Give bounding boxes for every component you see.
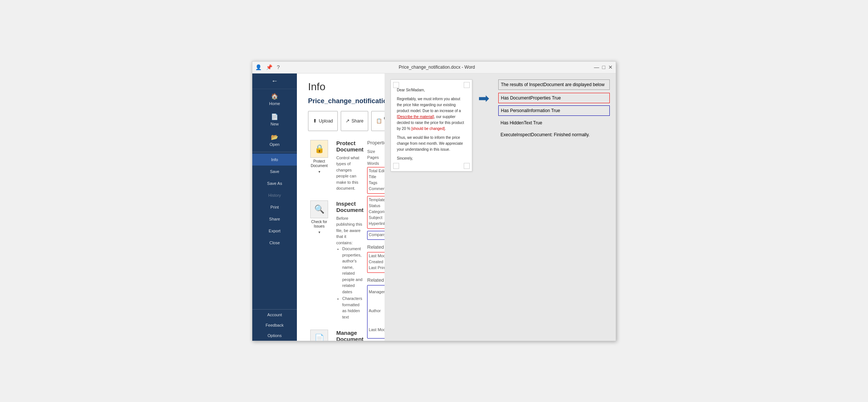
prop-last-modified: Last Modified Today, 17:56 bbox=[369, 254, 385, 258]
manage-document-button[interactable]: 📄 bbox=[310, 330, 328, 341]
maximize-button[interactable]: □ bbox=[602, 64, 605, 70]
sidebar-item-close[interactable]: Close bbox=[252, 237, 297, 249]
sidebar-item-history[interactable]: History bbox=[252, 189, 297, 201]
corner-br bbox=[464, 163, 470, 169]
prop-company-label: Company bbox=[369, 232, 385, 237]
author-action[interactable]: Add an author bbox=[369, 318, 385, 322]
properties-column: Properties ▾ Size 14.8KB Pages 1 bbox=[367, 140, 385, 341]
home-icon: 🏠 bbox=[271, 93, 278, 100]
preview-red-1: [Describe the material] bbox=[397, 115, 434, 119]
outer-right: Dear Sir/Madam, Regrettably, we must inf… bbox=[385, 73, 616, 341]
preview-para2: Thus, we would like to inform the price … bbox=[397, 135, 466, 153]
sidebar-label-save: Save bbox=[270, 169, 279, 174]
prop-tags: Tags Notification bbox=[369, 180, 385, 185]
corner-tr bbox=[464, 82, 470, 88]
manage-document-section: 📄 ManageDocument ▾ Manage Document 🚫 The… bbox=[308, 330, 363, 341]
sidebar-label-history: History bbox=[268, 193, 281, 197]
corner-tl bbox=[393, 82, 399, 88]
inspect-document-title: Inspect Document bbox=[336, 200, 363, 213]
share-label: Share bbox=[352, 118, 363, 124]
protect-document-button[interactable]: 🔒 bbox=[310, 140, 328, 158]
window-controls: — □ ✕ bbox=[594, 64, 613, 70]
prop-last-printed-label: Last Printed bbox=[369, 265, 385, 270]
preview-closing: Sincerely, bbox=[397, 156, 466, 161]
sidebar-item-export[interactable]: Export bbox=[252, 225, 297, 237]
result-item-3-text: Has HiddenText True bbox=[501, 120, 542, 125]
protect-dropdown-icon: ▾ bbox=[318, 170, 320, 174]
help-icon[interactable]: ? bbox=[277, 64, 280, 70]
user-icon[interactable]: 👤 bbox=[255, 64, 262, 70]
result-item-3: Has HiddenText True bbox=[498, 118, 610, 128]
properties-group-2: Template Normal.dotm Status Final versio… bbox=[367, 196, 385, 229]
titlebar: 👤 📌 ? Price_change_notification.docx - W… bbox=[252, 62, 616, 73]
inspect-document-button[interactable]: 🔍 bbox=[310, 200, 328, 218]
inspect-document-content: Inspect Document Before publishing this … bbox=[336, 200, 363, 321]
corner-bl bbox=[393, 163, 399, 169]
app-window: 👤 📌 ? Price_change_notification.docx - W… bbox=[252, 61, 616, 341]
prop-size: Size 14.8KB bbox=[367, 149, 385, 154]
back-button[interactable]: ← bbox=[252, 73, 297, 89]
prop-subject-label: Subject bbox=[369, 215, 385, 220]
main-content: Info Price_change_notification ⬆ Upload … bbox=[297, 73, 385, 341]
action-bar: ⬆ Upload ↗ Share 📋 Copy path 📁 Open file… bbox=[308, 111, 373, 131]
manager-label: Manager bbox=[369, 290, 385, 294]
sidebar-item-open[interactable]: 📂 Open bbox=[252, 130, 297, 150]
sidebar-item-home[interactable]: 🏠 Home bbox=[252, 89, 297, 110]
sidebar-item-save-as[interactable]: Save As bbox=[252, 177, 297, 189]
properties-title-text: Properties ▾ bbox=[367, 140, 385, 146]
related-dates-group: Last Modified Today, 17:56 Created 2022/… bbox=[367, 252, 385, 273]
share-button[interactable]: ↗ Share bbox=[341, 111, 368, 131]
protect-document-title: Protect Document bbox=[336, 140, 363, 153]
sidebar-label-share: Share bbox=[269, 217, 280, 221]
protect-document-content: Protect Document Control what types of c… bbox=[336, 140, 363, 192]
sidebar-label-new: New bbox=[271, 122, 279, 126]
prop-comments-label: Comments bbox=[369, 186, 385, 191]
inspect-document-desc: Before publishing this file, be aware th… bbox=[336, 215, 363, 320]
sidebar-item-account[interactable]: Account bbox=[252, 310, 297, 320]
sidebar-item-print[interactable]: Print bbox=[252, 201, 297, 213]
prop-subject: Subject Notification bbox=[369, 215, 385, 220]
protect-icon-area: 🔒 ProtectDocument ▾ bbox=[308, 140, 330, 192]
sidebar-item-save[interactable]: Save bbox=[252, 166, 297, 177]
inspect-item-1: Document properties, author's name, rela… bbox=[342, 246, 363, 295]
close-button[interactable]: ✕ bbox=[608, 64, 613, 70]
upload-button[interactable]: ⬆ Upload bbox=[308, 111, 338, 131]
inspect-icon-label: Check forIssues bbox=[311, 220, 327, 229]
related-dates-title: Related Dates bbox=[367, 244, 385, 250]
sidebar-label-close: Close bbox=[269, 241, 280, 245]
basic-properties: Size 14.8KB Pages 1 Words 57 bbox=[367, 149, 385, 166]
app-body: ← 🏠 Home 📄 New 📂 Open Info Save Sa bbox=[252, 73, 616, 341]
copy-path-button[interactable]: 📋 Copy path bbox=[371, 111, 385, 131]
sidebar-item-new[interactable]: 📄 New bbox=[252, 110, 297, 130]
protect-document-desc: Control what types of changes people can… bbox=[336, 155, 363, 192]
minimize-button[interactable]: — bbox=[594, 64, 599, 70]
open-icon: 📂 bbox=[271, 134, 278, 141]
inspect-item-2: Characters formatted as hidden text bbox=[342, 295, 363, 320]
sidebar-item-feedback[interactable]: Feedback bbox=[252, 320, 297, 330]
all-sections: 🔒 ProtectDocument ▾ Protect Document Con… bbox=[308, 140, 373, 341]
page-title: Info bbox=[308, 81, 373, 93]
inspect-icon-area: 🔍 Check forIssues ▾ bbox=[308, 200, 330, 321]
manager-action[interactable]: Specify the manager bbox=[369, 299, 385, 303]
result-item-4: ExecuteInspectDocument: Finished normall… bbox=[498, 130, 610, 140]
sidebar-item-share[interactable]: Share bbox=[252, 213, 297, 225]
sidebar-item-info[interactable]: Info bbox=[252, 154, 297, 166]
protect-icon-label: ProtectDocument bbox=[311, 159, 328, 168]
results-title-box: The results of InspectDocument are displ… bbox=[498, 79, 610, 90]
manager-row: Manager MJ Manager John bbox=[369, 287, 385, 297]
sidebar-label-home: Home bbox=[269, 101, 280, 106]
pin-icon[interactable]: 📌 bbox=[266, 64, 272, 70]
result-item-2: Has PersonalInformation True bbox=[498, 105, 610, 116]
titlebar-left-controls: 👤 📌 ? bbox=[255, 64, 280, 70]
prop-editing-time-label: Total Editing Time bbox=[369, 169, 385, 173]
sidebar-label-info: Info bbox=[271, 157, 278, 162]
sidebar-bottom: Account Feedback Options bbox=[252, 309, 297, 341]
prop-last-modified-label: Last Modified bbox=[369, 254, 385, 258]
sidebar-item-options[interactable]: Options bbox=[252, 330, 297, 341]
prop-pages: Pages 1 bbox=[367, 155, 385, 160]
prop-tags-label: Tags bbox=[369, 180, 385, 185]
upload-icon: ⬆ bbox=[313, 118, 317, 124]
prop-title-label: Title bbox=[369, 174, 385, 179]
results-panel: The results of InspectDocument are displ… bbox=[498, 79, 610, 142]
manage-document-title: Manage Document bbox=[336, 330, 363, 341]
